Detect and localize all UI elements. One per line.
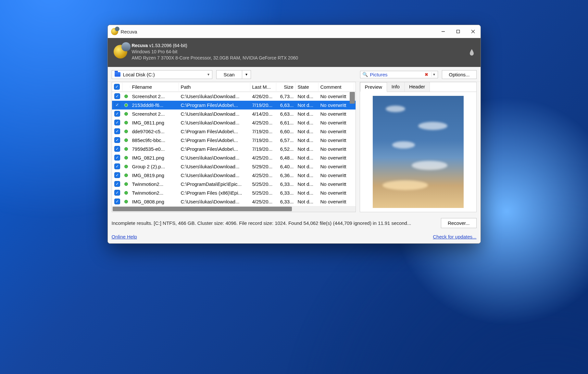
recover-button[interactable]: Recover... <box>441 218 477 228</box>
table-row[interactable]: ✓Group 2 (2).p...C:\Users\lukas\Download… <box>112 162 356 171</box>
maximize-button[interactable] <box>451 25 466 38</box>
maximize-icon <box>456 30 460 33</box>
chevron-down-icon[interactable]: ▾ <box>432 72 436 77</box>
row-checkbox[interactable]: ✓ <box>112 172 122 179</box>
row-checkbox[interactable]: ✓ <box>112 180 122 187</box>
cell-comment: No overwritt <box>319 181 354 187</box>
row-checkbox[interactable]: ✓ <box>112 154 122 161</box>
table-row[interactable]: ✓Twinmotion2...C:\ProgramData\Epic\Epic.… <box>112 180 356 188</box>
col-last-modified[interactable]: Last M... <box>250 83 276 91</box>
cell-last-modified: 5/25/20... <box>250 189 276 196</box>
scan-label: Scan <box>217 71 242 79</box>
cell-state: Not d... <box>296 102 319 109</box>
cell-comment: No overwritt <box>319 146 354 152</box>
col-filename[interactable]: Filename <box>130 83 179 91</box>
row-status-dot <box>122 173 130 178</box>
header-hardware: AMD Ryzen 7 3700X 8-Core Processor, 32.0… <box>132 55 298 61</box>
table-row[interactable]: ✓Twinmotion2...C:\Program Files (x86)\Ep… <box>112 188 356 197</box>
checkbox-icon: ✓ <box>114 155 120 161</box>
table-row[interactable]: ✓Screenshot 2...C:\Users\lukas\Download.… <box>112 92 356 101</box>
col-path[interactable]: Path <box>179 83 250 91</box>
cell-path: C:\Program Files\Adobe\... <box>179 102 250 109</box>
cell-state: Not d... <box>296 172 319 179</box>
cell-last-modified: 4/25/20... <box>250 198 276 205</box>
cell-filename: IMG_0819.png <box>130 172 179 179</box>
table-row[interactable]: ✓IMG_0811.pngC:\Users\lukas\Download...4… <box>112 118 356 127</box>
row-checkbox[interactable]: ✓ <box>112 119 122 126</box>
cell-last-modified: 7/19/20... <box>250 128 276 135</box>
drive-select[interactable]: Local Disk (C:) ▾ <box>112 70 212 79</box>
scan-dropdown[interactable]: ▾ <box>242 71 251 79</box>
cell-comment: No overwritt <box>319 198 354 205</box>
checkbox-icon: ✓ <box>114 199 120 204</box>
cell-comment: No overwritt <box>319 128 354 135</box>
cell-path: C:\Program Files\Adobe\... <box>179 137 250 144</box>
cell-last-modified: 7/19/20... <box>250 137 276 144</box>
cell-path: C:\Users\lukas\Download... <box>179 172 250 179</box>
row-checkbox[interactable]: ✓ <box>112 101 122 109</box>
cell-state: Not d... <box>296 181 319 187</box>
col-state[interactable]: State <box>296 83 319 91</box>
minimize-button[interactable] <box>436 25 451 38</box>
col-size[interactable]: Size <box>276 83 296 91</box>
cell-path: C:\Program Files (x86)\Epi... <box>179 189 250 196</box>
col-comment[interactable]: Comment <box>319 83 354 91</box>
status-dot-icon <box>124 165 128 168</box>
close-button[interactable] <box>466 25 481 38</box>
cell-last-modified: 5/25/20... <box>250 181 276 187</box>
table-row[interactable]: ✓IMG_0819.pngC:\Users\lukas\Download...4… <box>112 171 356 180</box>
scan-button[interactable]: Scan ▾ <box>216 70 251 79</box>
cell-state: Not d... <box>296 93 319 100</box>
cell-filename: Twinmotion2... <box>130 181 179 187</box>
table-row[interactable]: ✓Screenshot 2...C:\Users\lukas\Download.… <box>112 110 356 118</box>
horizontal-scrollbar[interactable] <box>112 206 356 212</box>
header-checkbox[interactable]: ✓ <box>112 83 122 91</box>
cell-filename: IMG_0808.png <box>130 198 179 205</box>
checkbox-icon: ✓ <box>114 163 120 169</box>
row-status-dot <box>122 103 130 108</box>
table-row[interactable]: ✓IMG_0821.pngC:\Users\lukas\Download...4… <box>112 153 356 162</box>
row-checkbox[interactable]: ✓ <box>112 189 122 196</box>
filter-combo[interactable]: 🔍 Pictures ✖ ▾ <box>360 71 438 78</box>
cell-filename: 2153ddd8-f6... <box>130 102 179 109</box>
cell-path: C:\Users\lukas\Download... <box>179 110 250 117</box>
app-logo-icon <box>114 45 127 58</box>
checkbox-icon: ✓ <box>114 181 120 187</box>
tab-info[interactable]: Info <box>387 82 405 92</box>
cell-comment: No overwritt <box>319 119 354 126</box>
table-row[interactable]: ✓IMG_0808.pngC:\Users\lukas\Download...4… <box>112 197 356 206</box>
drive-icon <box>115 72 120 77</box>
table-row[interactable]: ✓2153ddd8-f6...C:\Program Files\Adobe\..… <box>112 101 356 110</box>
row-checkbox[interactable]: ✓ <box>112 145 122 152</box>
footer: Online Help Check for updates... <box>108 231 481 243</box>
clear-filter-icon[interactable]: ✖ <box>423 72 430 77</box>
table-row[interactable]: ✓7959d535-e0...C:\Program Files\Adobe\..… <box>112 145 356 153</box>
status-dot-icon <box>124 182 128 186</box>
checkbox-icon: ✓ <box>114 84 120 90</box>
row-checkbox[interactable]: ✓ <box>112 110 122 117</box>
check-updates-link[interactable]: Check for updates... <box>433 234 476 239</box>
options-button[interactable]: Options... <box>442 70 476 79</box>
row-status-dot <box>122 199 130 204</box>
table-row[interactable]: ✓dde97062-c5...C:\Program Files\Adobe\..… <box>112 127 356 136</box>
vertical-scrollbar-thumb[interactable] <box>350 92 355 104</box>
horizontal-scrollbar-thumb[interactable] <box>113 207 292 211</box>
tab-preview[interactable]: Preview <box>360 82 387 92</box>
table-row[interactable]: ✓885ec9fc-bbc...C:\Program Files\Adobe\.… <box>112 136 356 145</box>
tab-header[interactable]: Header <box>405 82 430 92</box>
row-checkbox[interactable]: ✓ <box>112 163 122 170</box>
drive-label: Local Disk (C:) <box>123 72 155 77</box>
filter-value: Pictures <box>370 72 421 77</box>
cell-path: C:\Users\lukas\Download... <box>179 93 250 100</box>
status-dot-icon <box>124 174 128 177</box>
row-checkbox[interactable]: ✓ <box>112 93 122 100</box>
row-checkbox[interactable]: ✓ <box>112 136 122 144</box>
row-checkbox[interactable]: ✓ <box>112 198 122 205</box>
cell-path: C:\Users\lukas\Download... <box>179 198 250 205</box>
row-checkbox[interactable]: ✓ <box>112 128 122 135</box>
toolbar: Local Disk (C:) ▾ Scan ▾ 🔍 Pictures ✖ ▾ … <box>108 67 481 82</box>
online-help-link[interactable]: Online Help <box>112 234 137 239</box>
status-dot-icon <box>124 191 128 195</box>
cell-size: 6,36... <box>276 172 296 179</box>
status-dot-icon <box>124 130 128 133</box>
